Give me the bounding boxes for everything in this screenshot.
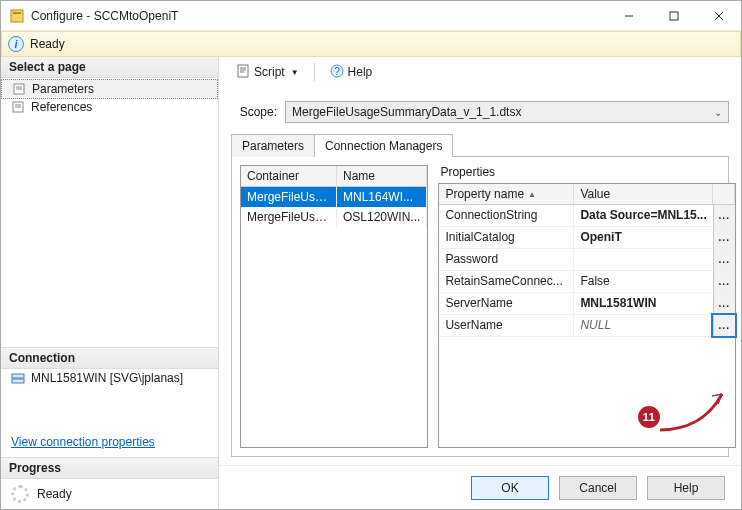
- connection-header: Connection: [1, 347, 218, 369]
- script-button[interactable]: Script ▼: [229, 61, 306, 84]
- ellipsis-button[interactable]: ...: [713, 227, 735, 248]
- cell-container: MergeFileUsag...: [241, 187, 337, 207]
- svg-rect-14: [238, 65, 248, 77]
- svg-rect-0: [11, 10, 23, 22]
- tab-parameters[interactable]: Parameters: [231, 134, 315, 157]
- ellipsis-button[interactable]: ...: [713, 293, 735, 314]
- chevron-down-icon: ▼: [291, 68, 299, 77]
- help-label: Help: [348, 65, 373, 79]
- status-text: Ready: [30, 37, 65, 51]
- property-name: InitialCatalog: [439, 227, 574, 248]
- grid-row[interactable]: MergeFileUsag... OSL120WIN...: [241, 207, 427, 227]
- page-icon: [11, 100, 25, 114]
- page-item-label: Parameters: [32, 82, 94, 96]
- scope-row: Scope: MergeFileUsageSummaryData_v_1_1.d…: [231, 101, 729, 123]
- property-value: [574, 249, 712, 270]
- grid-header: Container Name: [241, 166, 427, 187]
- ok-button[interactable]: OK: [471, 476, 549, 500]
- property-value: Data Source=MNL15...: [574, 205, 712, 226]
- col-name[interactable]: Name: [337, 166, 427, 186]
- window-controls: [606, 1, 741, 30]
- svg-rect-1: [13, 12, 21, 14]
- svg-rect-12: [12, 374, 24, 378]
- ellipsis-button[interactable]: ...: [713, 249, 735, 270]
- property-row[interactable]: ConnectionString Data Source=MNL15... ..…: [439, 205, 734, 227]
- property-row[interactable]: InitialCatalog OpeniT ...: [439, 227, 734, 249]
- page-item-label: References: [31, 100, 92, 114]
- scope-value: MergeFileUsageSummaryData_v_1_1.dtsx: [292, 105, 521, 119]
- window-root: Configure - SCCMtoOpeniT i Ready Select …: [0, 0, 742, 510]
- titlebar: Configure - SCCMtoOpeniT: [1, 1, 741, 31]
- col-value[interactable]: Value: [574, 184, 712, 204]
- property-value: NULL: [574, 315, 712, 336]
- view-connection-properties-link[interactable]: View connection properties: [1, 427, 218, 457]
- page-item-parameters[interactable]: Parameters: [1, 79, 218, 99]
- property-row[interactable]: UserName NULL ...: [439, 315, 734, 337]
- page-item-references[interactable]: References: [1, 98, 218, 116]
- progress-header: Progress: [1, 457, 218, 479]
- info-icon: i: [8, 36, 24, 52]
- minimize-button[interactable]: [606, 1, 651, 30]
- help-footer-button[interactable]: Help: [647, 476, 725, 500]
- grid-row[interactable]: MergeFileUsag... MNL164WI...: [241, 187, 427, 207]
- server-icon: [11, 371, 25, 385]
- app-icon: [9, 8, 25, 24]
- select-page-header: Select a page: [1, 57, 218, 78]
- help-icon: ?: [330, 64, 344, 81]
- property-row[interactable]: ServerName MNL1581WIN ...: [439, 293, 734, 315]
- progress-row: Ready: [1, 479, 218, 509]
- tab-body: Container Name MergeFileUsag... MNL164WI…: [231, 156, 729, 457]
- page-icon: [12, 82, 26, 96]
- toolbar-separator: [314, 63, 315, 81]
- close-button[interactable]: [696, 1, 741, 30]
- script-icon: [236, 64, 250, 81]
- property-name: RetainSameConnec...: [439, 271, 574, 292]
- cell-name: MNL164WI...: [337, 187, 427, 207]
- col-container[interactable]: Container: [241, 166, 337, 186]
- property-name: Password: [439, 249, 574, 270]
- sort-asc-icon: ▲: [528, 190, 536, 199]
- svg-rect-3: [670, 12, 678, 20]
- col-property-name[interactable]: Property name ▲: [439, 184, 574, 204]
- toolbar: Script ▼ ? Help: [219, 57, 741, 87]
- connection-managers-grid: Container Name MergeFileUsag... MNL164WI…: [240, 165, 428, 448]
- svg-rect-13: [12, 379, 24, 383]
- properties-title: Properties: [438, 165, 735, 183]
- maximize-button[interactable]: [651, 1, 696, 30]
- help-button[interactable]: ? Help: [323, 61, 380, 84]
- left-pane: Select a page Parameters References Conn…: [1, 57, 219, 509]
- cell-name: OSL120WIN...: [337, 207, 427, 227]
- tabs: Parameters Connection Managers: [231, 133, 729, 156]
- cell-container: MergeFileUsag...: [241, 207, 337, 227]
- property-name: ConnectionString: [439, 205, 574, 226]
- property-row[interactable]: Password ...: [439, 249, 734, 271]
- scope-select[interactable]: MergeFileUsageSummaryData_v_1_1.dtsx ⌄: [285, 101, 729, 123]
- property-value: MNL1581WIN: [574, 293, 712, 314]
- properties-panel: Properties Property name ▲ Value Connect…: [438, 165, 735, 448]
- property-value: OpeniT: [574, 227, 712, 248]
- body: Select a page Parameters References Conn…: [1, 57, 741, 509]
- cancel-button[interactable]: Cancel: [559, 476, 637, 500]
- property-row[interactable]: RetainSameConnec... False ...: [439, 271, 734, 293]
- connection-value: MNL1581WIN [SVG\jplanas]: [31, 371, 183, 385]
- dialog-footer: OK Cancel Help: [219, 465, 741, 509]
- svg-text:?: ?: [334, 66, 340, 77]
- scope-label: Scope:: [231, 105, 277, 119]
- annotation-arrow-icon: [652, 382, 732, 442]
- script-label: Script: [254, 65, 285, 79]
- properties-header: Property name ▲ Value: [439, 184, 734, 205]
- connection-value-row: MNL1581WIN [SVG\jplanas]: [1, 369, 218, 387]
- content-area: Scope: MergeFileUsageSummaryData_v_1_1.d…: [219, 87, 741, 465]
- status-strip: i Ready: [1, 31, 741, 57]
- ellipsis-button[interactable]: ...: [713, 271, 735, 292]
- tab-connection-managers[interactable]: Connection Managers: [314, 134, 453, 157]
- window-title: Configure - SCCMtoOpeniT: [31, 9, 606, 23]
- ellipsis-button[interactable]: ...: [713, 205, 735, 226]
- page-list: Parameters References: [1, 78, 218, 118]
- right-pane: Script ▼ ? Help Scope: MergeFileUsageSum…: [219, 57, 741, 509]
- progress-spinner-icon: [11, 485, 29, 503]
- col-action: [713, 184, 735, 204]
- property-name: UserName: [439, 315, 574, 336]
- ellipsis-button[interactable]: ...: [713, 315, 735, 336]
- property-value: False: [574, 271, 712, 292]
